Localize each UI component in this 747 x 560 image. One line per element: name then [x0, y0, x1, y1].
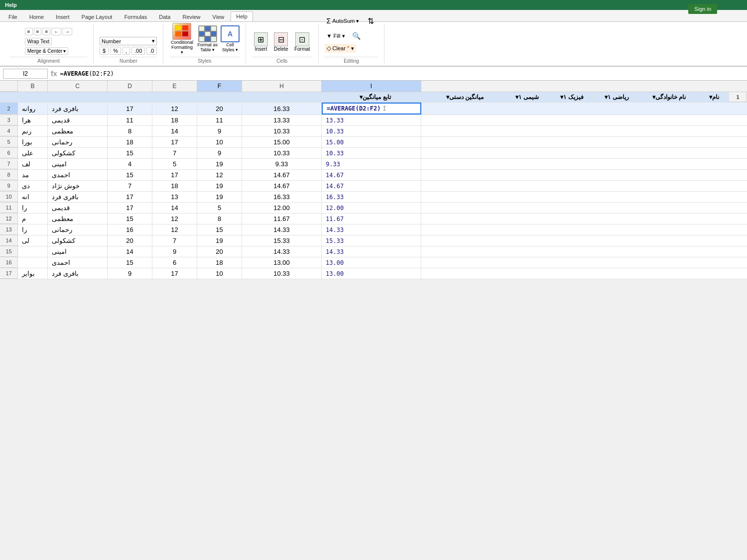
cell-e-16[interactable]: 6 — [152, 257, 197, 268]
dec-inc-btn[interactable]: .00 — [131, 47, 145, 55]
cell-b-17[interactable]: بوایر — [18, 268, 48, 279]
cell-c-7[interactable]: امینی — [48, 159, 108, 169]
cell-i-17[interactable]: 13.00 — [322, 268, 421, 279]
filter-f[interactable]: ▾ — [515, 94, 518, 101]
cell-h-8[interactable]: 14.67 — [242, 170, 322, 180]
col-header-d[interactable]: D — [108, 81, 152, 92]
cell-b-9[interactable]: دی — [18, 181, 48, 191]
cell-e-6[interactable]: 7 — [152, 148, 197, 158]
fill-btn[interactable]: ▼ Fill ▾ — [325, 32, 347, 40]
cell-h-17[interactable]: 10.33 — [242, 268, 322, 279]
cell-d-5[interactable]: 18 — [108, 137, 152, 147]
cell-i-2[interactable]: =AVERAGE(D2:F2) I — [322, 103, 421, 114]
cell-c-13[interactable]: رحمانی — [48, 224, 108, 235]
cell-f-10[interactable]: 19 — [197, 192, 242, 202]
filter-c[interactable]: ▾ — [652, 94, 655, 101]
cell-i-15[interactable]: 14.33 — [322, 246, 421, 257]
cell-i-5[interactable]: 15.00 — [322, 137, 421, 147]
cell-d-6[interactable]: 15 — [108, 148, 152, 158]
cell-i-11[interactable]: 12.00 — [322, 203, 421, 213]
cell-c-16[interactable]: احمدی — [48, 257, 108, 268]
cell-b-10[interactable]: انه — [18, 192, 48, 202]
filter-i[interactable]: ▾ — [360, 94, 363, 101]
cell-c-10[interactable]: بافری فرد — [48, 192, 108, 202]
cell-f-2[interactable]: 20 — [197, 103, 242, 114]
tab-home[interactable]: Home — [24, 12, 49, 21]
cell-h-4[interactable]: 10.33 — [242, 126, 322, 136]
align-right-btn[interactable]: ≡ — [42, 28, 50, 35]
cell-f-15[interactable]: 20 — [197, 246, 242, 257]
cell-b-2[interactable]: روانه — [18, 103, 48, 114]
tab-page-layout[interactable]: Page Layout — [76, 12, 118, 21]
clear-btn[interactable]: ◇ Clear * ▾ — [325, 44, 356, 53]
cell-i-13[interactable]: 14.33 — [322, 224, 421, 235]
cell-f-6[interactable]: 9 — [197, 148, 242, 158]
cell-e-17[interactable]: 17 — [152, 268, 197, 279]
cell-b-8[interactable]: مد — [18, 170, 48, 180]
cell-e-15[interactable]: 9 — [152, 246, 197, 257]
cell-d-8[interactable]: 15 — [108, 170, 152, 180]
cell-f-16[interactable]: 18 — [197, 257, 242, 268]
cell-i-9[interactable]: 14.67 — [322, 181, 421, 191]
cell-h-11[interactable]: 12.00 — [242, 203, 322, 213]
cell-i-7[interactable]: 9.33 — [322, 159, 421, 169]
cell-i-16[interactable]: 13.00 — [322, 257, 421, 268]
cell-i-6[interactable]: 10.33 — [322, 148, 421, 158]
cell-styles-btn[interactable]: A CellStyles ▾ — [221, 25, 240, 52]
cell-h-13[interactable]: 14.33 — [242, 224, 322, 235]
filter-e[interactable]: ▾ — [560, 94, 563, 101]
cell-h-12[interactable]: 11.67 — [242, 214, 322, 224]
currency-btn[interactable]: $ — [100, 47, 109, 55]
cell-h-16[interactable]: 13.00 — [242, 257, 322, 268]
merge-center-btn[interactable]: Merge & Center ▾ — [25, 47, 69, 55]
cell-b-14[interactable]: لی — [18, 235, 48, 246]
formula-content[interactable]: =AVERAGE(D2:F2) — [60, 70, 744, 77]
indent-left-btn[interactable]: ← — [51, 28, 61, 35]
cell-d-14[interactable]: 20 — [108, 235, 152, 246]
cell-d-10[interactable]: 17 — [108, 192, 152, 202]
cell-e-14[interactable]: 7 — [152, 235, 197, 246]
filter-b[interactable]: ▾ — [709, 94, 712, 101]
cell-e-2[interactable]: 12 — [152, 103, 197, 114]
cell-c-4[interactable]: معظمی — [48, 126, 108, 136]
col-header-e[interactable]: E — [152, 81, 197, 92]
cell-i-14[interactable]: 15.33 — [322, 235, 421, 246]
cell-d-16[interactable]: 15 — [108, 257, 152, 268]
cell-d-13[interactable]: 16 — [108, 224, 152, 235]
cell-d-11[interactable]: 17 — [108, 203, 152, 213]
cell-f-3[interactable]: 11 — [197, 115, 242, 125]
col-header-f[interactable]: F — [197, 81, 242, 92]
filter-h[interactable]: ▾ — [446, 94, 449, 101]
cell-c-2[interactable]: بافری فرد — [48, 103, 108, 114]
cell-e-3[interactable]: 18 — [152, 115, 197, 125]
align-left-btn[interactable]: ≡ — [25, 28, 33, 35]
cell-b-4[interactable]: رنم — [18, 126, 48, 136]
cell-b-12[interactable]: م — [18, 214, 48, 224]
cell-e-13[interactable]: 12 — [152, 224, 197, 235]
cell-c-11[interactable]: قدیمی — [48, 203, 108, 213]
cell-h-10[interactable]: 16.33 — [242, 192, 322, 202]
cell-b-3[interactable]: هرا — [18, 115, 48, 125]
cell-e-4[interactable]: 14 — [152, 126, 197, 136]
cell-h-9[interactable]: 14.67 — [242, 181, 322, 191]
cell-h-6[interactable]: 10.33 — [242, 148, 322, 158]
tab-help[interactable]: Help — [231, 11, 253, 21]
find-select-btn[interactable]: 🔍 — [349, 29, 364, 43]
cell-e-9[interactable]: 18 — [152, 181, 197, 191]
col-header-b[interactable]: B — [18, 81, 48, 92]
cell-e-10[interactable]: 13 — [152, 192, 197, 202]
name-box[interactable]: I2 — [3, 69, 48, 79]
cell-h-3[interactable]: 13.33 — [242, 115, 322, 125]
cell-h-15[interactable]: 14.33 — [242, 246, 322, 257]
cell-b-11[interactable]: را — [18, 203, 48, 213]
cell-e-11[interactable]: 14 — [152, 203, 197, 213]
cell-i-8[interactable]: 14.67 — [322, 170, 421, 180]
cell-f-7[interactable]: 19 — [197, 159, 242, 169]
indent-right-btn[interactable]: → — [62, 28, 72, 35]
cell-f-12[interactable]: 8 — [197, 214, 242, 224]
tab-view[interactable]: View — [207, 12, 230, 21]
cell-f-8[interactable]: 12 — [197, 170, 242, 180]
cell-e-8[interactable]: 17 — [152, 170, 197, 180]
cell-c-9[interactable]: خوش نژاد — [48, 181, 108, 191]
col-header-i[interactable]: I — [322, 81, 421, 92]
